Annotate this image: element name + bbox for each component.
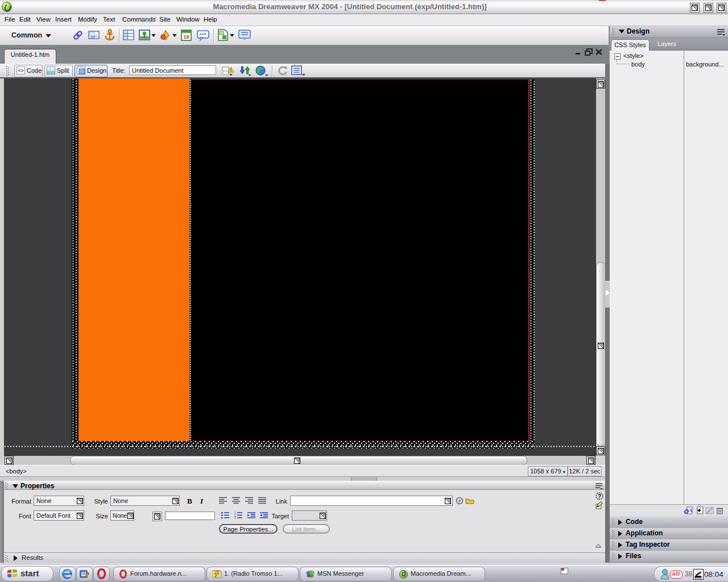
svg-text:GURU: GURU: [694, 576, 702, 579]
svg-text:S: S: [689, 508, 692, 513]
svg-text:?: ?: [598, 493, 601, 500]
svg-text:<>: <>: [222, 68, 228, 73]
svg-text:!: !: [230, 68, 232, 73]
svg-text:19: 19: [183, 34, 189, 40]
svg-text:3: 3: [234, 516, 236, 519]
svg-text:<>: <>: [18, 68, 24, 73]
